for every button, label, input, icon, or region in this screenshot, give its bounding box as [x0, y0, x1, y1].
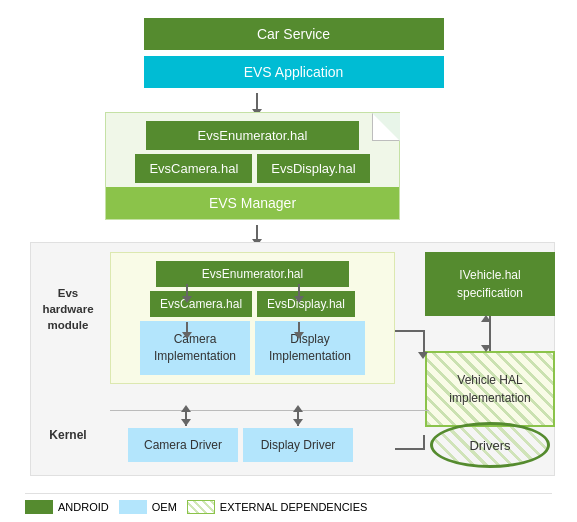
vehicle-hal-impl: Vehicle HAL implementation: [425, 351, 555, 427]
arrow-cam-impl: [186, 322, 188, 332]
arrow-disp-impl: [298, 322, 300, 332]
arrow-inner-left: [186, 284, 188, 296]
evs-display-lower: EvsDisplay.hal: [257, 291, 355, 317]
paper-fold-triangle: [372, 113, 400, 141]
display-driver: Display Driver: [243, 428, 353, 462]
legend-ext-label: EXTERNAL DEPENDENCIES: [220, 501, 368, 513]
drivers-ellipse: Drivers: [430, 422, 550, 468]
kernel-label: Kernel: [32, 428, 104, 442]
arrow-disp-kernel-down: [293, 419, 303, 426]
arrow-cam-kernel-down: [181, 419, 191, 426]
evs-enumerator-hal-top: EvsEnumerator.hal: [146, 121, 359, 150]
arrow-evs-manager-down: [256, 225, 258, 239]
horiz-kernel-right: [395, 448, 425, 450]
ivehicle-box: IVehicle.hal specification: [425, 252, 555, 316]
vert-kernel-right: [423, 435, 425, 450]
arrow-inner-right: [298, 284, 300, 296]
evs-application-bar: EVS Application: [144, 56, 444, 88]
legend-oem-box: [119, 500, 147, 514]
arrow-cam-kernel-up: [181, 405, 191, 412]
arrow-evs-app-down: [256, 93, 258, 109]
horiz-connect-top: [395, 330, 425, 332]
camera-impl: Camera Implementation: [140, 321, 250, 375]
evs-display-hal-top: EvsDisplay.hal: [257, 154, 369, 183]
legend-android: ANDROID: [25, 500, 109, 514]
vert-connect-right-top: [423, 330, 425, 354]
legend-oem-label: OEM: [152, 501, 177, 513]
legend-ext-box: [187, 500, 215, 514]
legend: ANDROID OEM EXTERNAL DEPENDENCIES: [25, 493, 552, 514]
diagram-container: Car Service EVS Application EvsEnumerato…: [0, 0, 577, 522]
legend-oem: OEM: [119, 500, 177, 514]
arrow-right-section-down: [418, 352, 428, 359]
evs-camera-lower: EvsCamera.hal: [150, 291, 252, 317]
car-service-bar: Car Service: [144, 18, 444, 50]
evs-camera-hal-top: EvsCamera.hal: [135, 154, 252, 183]
legend-android-label: ANDROID: [58, 501, 109, 513]
arrow-disp-kernel-up: [293, 405, 303, 412]
legend-ext: EXTERNAL DEPENDENCIES: [187, 500, 368, 514]
evs-manager-bar: EVS Manager: [106, 187, 399, 219]
display-impl: Display Implementation: [255, 321, 365, 375]
legend-android-box: [25, 500, 53, 514]
camera-driver: Camera Driver: [128, 428, 238, 462]
evs-enumerator-lower: EvsEnumerator.hal: [156, 261, 349, 287]
kernel-divider: [110, 410, 429, 411]
evs-hardware-module-label: Evs hardware module: [32, 285, 104, 333]
